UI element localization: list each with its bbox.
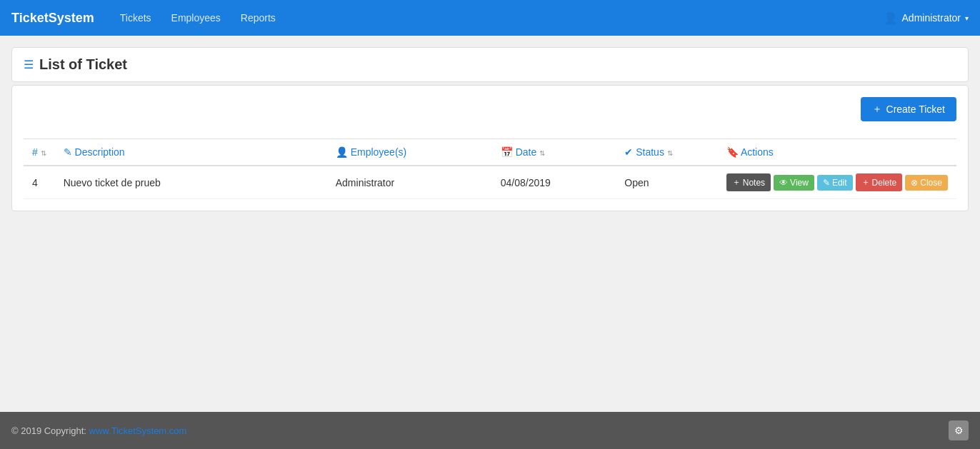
delete-plus-icon: ＋ <box>861 176 870 188</box>
page-header: ☰ List of Ticket <box>11 47 969 82</box>
create-ticket-label: Create Ticket <box>886 104 945 115</box>
table-body: 4 Nuevo ticket de prueb Administrator 04… <box>24 166 956 199</box>
footer-link[interactable]: www.TicketSystem.com <box>89 425 187 436</box>
brand-link[interactable]: TicketSystem <box>11 11 94 26</box>
nav-menu: Tickets Employees Reports <box>111 12 284 24</box>
close-button[interactable]: ⊗ Close <box>905 175 948 191</box>
table-row: 4 Nuevo ticket de prueb Administrator 04… <box>24 166 956 199</box>
cell-description: Nuevo ticket de prueb <box>55 166 327 199</box>
col-date: 📅 Date ⇅ <box>492 139 616 166</box>
create-ticket-button[interactable]: ＋ Create Ticket <box>861 97 956 121</box>
cell-id: 4 <box>24 166 55 199</box>
col-status: ✔ Status ⇅ <box>616 139 717 166</box>
close-circle-icon: ⊗ <box>911 178 918 188</box>
nav-employees[interactable]: Employees <box>163 6 229 29</box>
plus-icon: ＋ <box>872 103 882 116</box>
cell-date: 04/08/2019 <box>492 166 616 199</box>
username: Administrator <box>902 12 961 24</box>
list-icon: ☰ <box>24 58 34 71</box>
cell-status: Open <box>616 166 717 199</box>
user-menu[interactable]: 👤 Administrator ▾ <box>884 11 969 25</box>
ticket-card: ＋ Create Ticket # ⇅ ✎ Description 👤 <box>11 85 969 211</box>
delete-button[interactable]: ＋ Delete <box>856 173 903 191</box>
table-header: # ⇅ ✎ Description 👤 Employee(s) 📅 Date <box>24 139 956 166</box>
cell-employee: Administrator <box>327 166 492 199</box>
caret-icon: ▾ <box>965 14 969 22</box>
cell-actions: ＋ Notes 👁 View ✎ Edit <box>718 166 956 199</box>
view-button[interactable]: 👁 View <box>774 175 814 191</box>
sort-date-icon[interactable]: ⇅ <box>539 149 545 157</box>
action-buttons: ＋ Notes 👁 View ✎ Edit <box>726 173 948 191</box>
col-actions: 🔖 Actions <box>718 139 956 166</box>
col-description: ✎ Description <box>55 139 327 166</box>
ticket-table: # ⇅ ✎ Description 👤 Employee(s) 📅 Date <box>24 138 956 199</box>
main-content: ☰ List of Ticket ＋ Create Ticket # ⇅ ✎ <box>0 36 980 412</box>
user-icon: 👤 <box>884 11 898 25</box>
nav-tickets[interactable]: Tickets <box>111 6 160 29</box>
edit-button[interactable]: ✎ Edit <box>817 175 853 191</box>
col-hash: # ⇅ <box>24 139 55 166</box>
page-title: List of Ticket <box>39 56 127 73</box>
notes-plus-icon: ＋ <box>732 176 741 188</box>
footer-text: © 2019 Copyright: www.TicketSystem.com <box>11 425 186 436</box>
col-employees: 👤 Employee(s) <box>327 139 492 166</box>
nav-reports[interactable]: Reports <box>232 6 284 29</box>
footer: © 2019 Copyright: www.TicketSystem.com ⚙ <box>0 412 980 449</box>
symfony-icon: ⚙ <box>949 420 969 440</box>
navbar: TicketSystem Tickets Employees Reports 👤… <box>0 0 980 36</box>
eye-icon: 👁 <box>779 178 788 188</box>
edit-icon: ✎ <box>823 178 830 188</box>
notes-button[interactable]: ＋ Notes <box>726 173 771 191</box>
copyright-text: © 2019 Copyright: <box>11 425 86 436</box>
sort-hash-icon[interactable]: ⇅ <box>41 149 46 157</box>
sort-status-icon[interactable]: ⇅ <box>667 149 673 157</box>
